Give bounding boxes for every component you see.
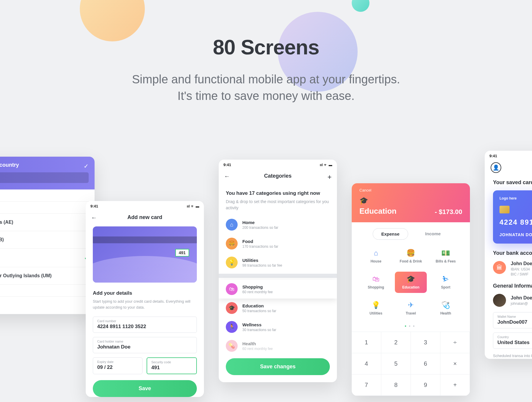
back-icon[interactable]: ← xyxy=(91,214,97,221)
country-item[interactable] xyxy=(0,202,95,214)
keypad-key[interactable]: 3 xyxy=(411,332,440,353)
category-icon: 💡 xyxy=(226,257,238,268)
hero: 80 Screens Simple and functional mobile … xyxy=(0,35,532,104)
save-changes-button[interactable]: Save changes xyxy=(226,358,330,375)
confirm-icon[interactable]: ✓ xyxy=(84,163,89,170)
category-name: Education xyxy=(359,207,397,216)
category-icon: 💵 xyxy=(430,249,462,257)
screen-title: Add new card xyxy=(127,214,162,220)
keypad-key[interactable]: 2 xyxy=(381,332,411,353)
screen-title: Categories xyxy=(264,173,291,179)
card-holder-field[interactable]: Card holder name Johnatan Doe xyxy=(93,337,197,353)
expiry-field[interactable]: Expiry date 09 / 22 xyxy=(93,357,142,374)
category-icon: 🎓 xyxy=(226,302,238,314)
category-icon: 🩺 xyxy=(430,301,462,309)
keypad-key[interactable]: ÷ xyxy=(440,332,470,353)
keypad-key[interactable]: 7 xyxy=(352,375,381,396)
keypad-key[interactable]: 8 xyxy=(381,375,411,396)
section-title: Your saved cards xyxy=(493,179,532,186)
category-icon: 🍔 xyxy=(226,238,238,249)
save-button[interactable]: Save xyxy=(93,380,197,397)
category-button[interactable]: 💵Bills & Fees xyxy=(430,246,462,267)
category-icon: 🛍 xyxy=(226,283,238,295)
category-item[interactable]: 🎓Education50 transactions so far xyxy=(219,299,337,317)
signal-icon: ııl xyxy=(187,204,190,208)
keypad-key[interactable]: 4 xyxy=(352,353,381,375)
screen-expense-entry: Cancel 🎓 Education - $173.00 Expense Inc… xyxy=(352,183,470,396)
category-item[interactable]: 🏃Wellness30 transactions so far xyxy=(219,317,337,336)
category-icon: 🍔 xyxy=(395,249,427,257)
category-item[interactable]: 💡Utilities98 transactions so far fee xyxy=(219,253,337,272)
country-item[interactable]: es✓ xyxy=(0,249,95,267)
keypad-key[interactable]: × xyxy=(440,353,470,375)
tab-expense[interactable]: Expense xyxy=(373,228,408,240)
keypad-key[interactable]: 1 xyxy=(352,332,381,353)
section-title: Your bank accou xyxy=(493,250,532,256)
status-bar: 9:41 xyxy=(485,151,532,161)
screen-add-card: 9:41 ıılᯤ▬ ← Add new card 491 Add your d… xyxy=(86,201,204,397)
category-icon: 💡 xyxy=(360,301,392,309)
category-icon: ⌂ xyxy=(226,219,238,231)
category-button[interactable]: ⛷Sport xyxy=(430,272,462,293)
country-item[interactable] xyxy=(0,189,95,202)
decor-circle xyxy=(80,0,145,41)
categories-count: You have 17 categories using right now xyxy=(226,190,330,196)
category-button[interactable]: 🍔Food & Drink xyxy=(395,246,427,267)
country-item[interactable]: (UZ) xyxy=(0,297,95,314)
wifi-icon: ᯤ xyxy=(191,204,194,208)
country-list: Emirates (AE)dom (GB)es✓es Minor Outlyin… xyxy=(0,189,95,314)
category-item[interactable]: ⌂Home200 transactions so far xyxy=(219,215,337,234)
country-item[interactable]: dom (GB) xyxy=(0,231,95,249)
tab-income[interactable]: Income xyxy=(417,228,449,240)
cvv-field[interactable]: Security code 491 xyxy=(147,357,197,374)
category-icon: 🎓 xyxy=(395,275,427,283)
card-preview: 491 xyxy=(93,226,197,283)
keypad-key[interactable]: + xyxy=(440,375,470,396)
card-number-field[interactable]: Card number 4224 8911 1120 3522 xyxy=(93,317,197,333)
country-item[interactable] xyxy=(0,285,95,297)
search-input[interactable] xyxy=(0,172,89,183)
category-button[interactable]: ✈Travel xyxy=(395,298,427,319)
category-button[interactable]: 🎓Education xyxy=(395,272,427,293)
keypad-key[interactable]: 5 xyxy=(381,353,411,375)
hero-title: 80 Screens xyxy=(0,35,532,59)
decor-circle xyxy=(352,0,369,12)
signal-icon: ııl xyxy=(320,163,323,167)
section-description: Start typing to add your credit card det… xyxy=(93,299,197,310)
screen-categories: 9:41 ıılᯤ▬ ← Categories + You have 17 ca… xyxy=(219,160,337,382)
category-icon: 💊 xyxy=(226,340,238,352)
wallet-name-field[interactable]: Wallet Name JohnDoe007 xyxy=(493,312,532,328)
cancel-button[interactable]: Cancel xyxy=(359,188,462,192)
avatar xyxy=(493,294,506,307)
cvv-badge: 491 xyxy=(175,249,189,257)
back-icon[interactable]: ← xyxy=(224,173,230,180)
category-item[interactable]: 💊Health60 rent monthly fee xyxy=(219,336,337,355)
scheduled-note: Scheduled transa into budgets and xyxy=(493,353,532,359)
category-button[interactable]: 🛍Shopping xyxy=(360,272,392,293)
screen-profile: 9:41 👤 Your saved cards Logo here 4224 8… xyxy=(485,151,532,359)
section-title: General Informa xyxy=(493,283,532,289)
education-icon: 🎓 xyxy=(359,197,397,205)
country-item[interactable]: Emirates (AE) xyxy=(0,214,95,231)
country-item[interactable]: es Minor Outlying Islands (UM) xyxy=(0,267,95,285)
hint-text: Drag & drop to set the most important ca… xyxy=(226,199,330,211)
add-icon[interactable]: + xyxy=(327,173,332,181)
category-grid: ⌂House🍔Food & Drink💵Bills & Fees🛍Shoppin… xyxy=(352,241,470,321)
category-button[interactable]: 🩺Health xyxy=(430,298,462,319)
profile-icon[interactable]: 👤 xyxy=(491,162,501,173)
screen-select-country: Select country ✓ Emirates (AE)dom (GB)es… xyxy=(0,157,95,314)
keypad-key[interactable]: 6 xyxy=(411,353,440,375)
battery-icon: ▬ xyxy=(196,204,199,208)
keypad-key[interactable]: 9 xyxy=(411,375,440,396)
user-info: John Doe johnatan@ xyxy=(493,294,532,307)
screen-title: Select country xyxy=(0,162,89,168)
category-button[interactable]: 💡Utilities xyxy=(360,298,392,319)
category-item[interactable]: 🛍Shopping60 rent monthly fee xyxy=(219,280,337,299)
page-dots: ●●● xyxy=(352,321,470,332)
category-item[interactable]: 🍔Food170 transactions so far xyxy=(219,234,337,253)
category-icon: 🛍 xyxy=(360,275,392,283)
country-field[interactable]: Country United States xyxy=(493,333,532,349)
category-button[interactable]: ⌂House xyxy=(360,246,392,267)
bank-account-row[interactable]: 🏛 John Doe IBAN: US34 BIC / SWIF xyxy=(493,261,532,276)
saved-card[interactable]: Logo here 4224 891 JOHNATAN DO xyxy=(493,190,532,244)
